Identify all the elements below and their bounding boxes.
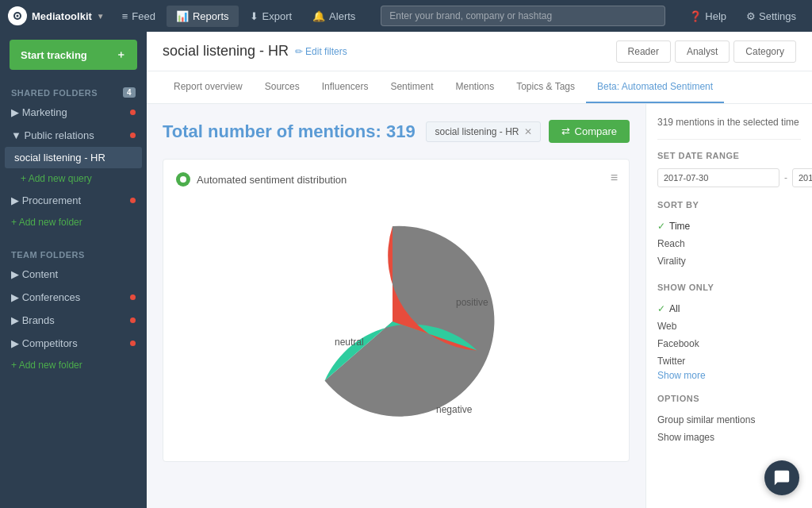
search-input[interactable] — [381, 6, 665, 26]
date-to-input[interactable] — [792, 168, 812, 187]
add-new-query-link[interactable]: + Add new query — [0, 168, 147, 189]
filter-facebook[interactable]: Facebook — [657, 335, 801, 352]
pie-chart: neutral positive negative — [270, 202, 523, 441]
chat-bubble[interactable] — [764, 460, 799, 495]
pie-svg: neutral positive negative — [270, 202, 523, 441]
chart-title-row: Automated sentiment distribution — [176, 172, 616, 187]
filter-all[interactable]: ✓ All — [657, 300, 801, 318]
brands-dot — [130, 318, 136, 323]
total-mentions: Total number of mentions: 319 — [163, 121, 416, 142]
date-range-inputs: - — [657, 168, 801, 187]
show-more-filters[interactable]: Show more — [657, 370, 801, 381]
settings-link[interactable]: ⚙ Settings — [738, 6, 804, 26]
svg-point-2 — [17, 15, 19, 17]
show-only-options: ✓ All Web Facebook Twitter Show more — [657, 300, 801, 381]
chart-icon — [176, 172, 190, 187]
sidebar-item-public-relations[interactable]: ▼ Public relations — [0, 124, 147, 147]
sidebar-item-social-listening-hr[interactable]: social listening - HR — [5, 147, 142, 168]
sentiment-chart-section: Automated sentiment distribution ≡ — [163, 159, 630, 462]
page-title: social listening - HR ✏ Edit filters — [163, 43, 347, 60]
shared-folders-label: SHARED FOLDERS 4 — [0, 78, 147, 101]
procurement-dot — [130, 198, 136, 203]
nav-export[interactable]: ⬇ Export — [240, 6, 302, 27]
tab-automated-sentiment[interactable]: Beta: Automated Sentiment — [586, 71, 724, 103]
tab-sources[interactable]: Sources — [254, 71, 311, 103]
global-search — [381, 6, 665, 26]
label-positive: positive — [456, 297, 488, 308]
nav-alerts[interactable]: 🔔 Alerts — [303, 6, 365, 27]
sidebar-item-marketing[interactable]: ▶ Marketing — [0, 101, 147, 124]
options-section: Group similar mentions Show images — [657, 411, 801, 446]
help-link[interactable]: ❓ Help — [681, 6, 734, 26]
team-folders-label: TEAM FOLDERS — [0, 241, 147, 263]
sort-virality[interactable]: Virality — [657, 252, 801, 270]
tab-influencers[interactable]: Influencers — [311, 71, 380, 103]
tab-sentiment[interactable]: Sentiment — [379, 71, 444, 103]
right-mentions-summary: 319 mentions in the selected time — [657, 114, 801, 140]
top-navigation: Mediatoolkit ▼ ≡ Feed 📊 Reports ⬇ Export… — [0, 0, 812, 32]
edit-filters-link[interactable]: ✏ Edit filters — [295, 46, 347, 57]
competitors-dot — [130, 341, 136, 346]
compare-button[interactable]: ⇄ Compare — [549, 120, 630, 143]
tab-topics-tags[interactable]: Topics & Tags — [505, 71, 586, 103]
sidebar-item-conferences[interactable]: ▶ Conferences — [0, 286, 147, 309]
sidebar: Start tracking ＋ SHARED FOLDERS 4 ▶ Mark… — [0, 32, 147, 508]
mentions-actions: social listening - HR ✕ ⇄ Compare — [426, 120, 630, 143]
marketing-dot — [130, 110, 136, 115]
app-logo[interactable]: Mediatoolkit ▼ — [8, 6, 105, 25]
date-range-label: SET DATE RANGE — [657, 151, 801, 160]
sidebar-item-content[interactable]: ▶ Content — [0, 263, 147, 286]
label-negative: negative — [436, 404, 473, 415]
public-relations-dot — [130, 133, 136, 138]
content-area: Total number of mentions: 319 social lis… — [147, 104, 645, 508]
start-tracking-button[interactable]: Start tracking ＋ — [10, 40, 137, 70]
main-content-area: social listening - HR ✏ Edit filters Rea… — [147, 32, 812, 508]
add-new-folder-team[interactable]: + Add new folder — [0, 355, 147, 375]
nav-reports[interactable]: 📊 Reports — [167, 6, 239, 27]
option-group-similar[interactable]: Group similar mentions — [657, 411, 801, 429]
filter-twitter[interactable]: Twitter — [657, 352, 801, 370]
label-neutral: neutral — [335, 337, 364, 348]
sort-time[interactable]: ✓ Time — [657, 217, 801, 235]
pie-chart-container: neutral positive negative — [176, 194, 616, 448]
nav-feed[interactable]: ≡ Feed — [113, 6, 165, 27]
tab-mentions[interactable]: Mentions — [444, 71, 505, 103]
date-from-input[interactable] — [657, 168, 779, 187]
sort-options: ✓ Time Reach Virality — [657, 217, 801, 270]
top-nav-links: ≡ Feed 📊 Reports ⬇ Export 🔔 Alerts — [113, 6, 366, 27]
sidebar-item-procurement[interactable]: ▶ Procurement — [0, 189, 147, 212]
view-tabs: Reader Analyst Category — [616, 40, 796, 63]
main-layout: Start tracking ＋ SHARED FOLDERS 4 ▶ Mark… — [0, 32, 812, 508]
option-show-images[interactable]: Show images — [657, 429, 801, 446]
top-nav-right: ❓ Help ⚙ Settings — [681, 6, 804, 26]
tab-category[interactable]: Category — [733, 40, 796, 63]
query-tag: social listening - HR ✕ — [426, 121, 540, 142]
sort-by-label: SORT BY — [657, 200, 801, 210]
chart-menu-icon[interactable]: ≡ — [611, 171, 618, 185]
page-header: social listening - HR ✏ Edit filters Rea… — [147, 32, 812, 71]
tab-reader[interactable]: Reader — [616, 40, 671, 63]
sidebar-item-competitors[interactable]: ▶ Competitors — [0, 332, 147, 355]
show-only-label: SHOW ONLY — [657, 283, 801, 292]
main-body: Total number of mentions: 319 social lis… — [147, 104, 812, 508]
svg-point-3 — [180, 176, 186, 183]
sub-navigation: Report overview Sources Influencers Sent… — [147, 71, 812, 104]
options-label: OPTIONS — [657, 394, 801, 403]
sidebar-item-brands[interactable]: ▶ Brands — [0, 309, 147, 332]
filter-web[interactable]: Web — [657, 318, 801, 335]
remove-query-tag[interactable]: ✕ — [524, 126, 532, 137]
tab-report-overview[interactable]: Report overview — [163, 71, 254, 103]
sort-reach[interactable]: Reach — [657, 235, 801, 252]
conferences-dot — [130, 294, 136, 300]
add-new-folder-shared[interactable]: + Add new folder — [0, 212, 147, 233]
tab-analyst[interactable]: Analyst — [675, 40, 730, 63]
right-panel: 319 mentions in the selected time SET DA… — [645, 104, 812, 508]
app-name: Mediatoolkit — [32, 10, 92, 22]
mentions-summary-row: Total number of mentions: 319 social lis… — [163, 120, 630, 143]
